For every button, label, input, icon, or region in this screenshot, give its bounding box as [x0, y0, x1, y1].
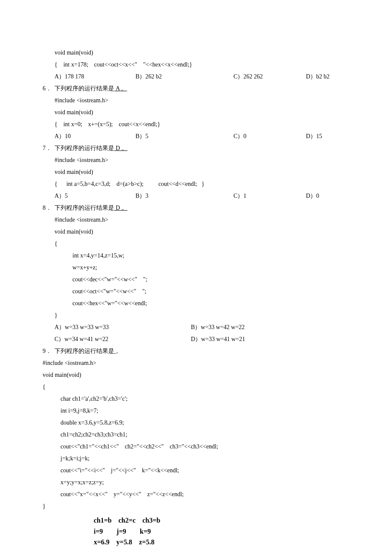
q8-code-line: int x=4,y=14,z=15,w; — [43, 250, 349, 262]
q6-options: A）10 B）5 C）0 D）15 — [43, 130, 349, 142]
q9-code-line: ch1=ch2;ch2=ch3;ch3=ch1; — [43, 429, 349, 441]
q9-code-line: char ch1='a',ch2='b',ch3='c'; — [43, 393, 349, 405]
q9-code-line: double x=3.6,y=5.8,z=6.9; — [43, 417, 349, 429]
q8-code-line: w=x+y+z; — [43, 262, 349, 274]
q7-number: 7． — [43, 142, 55, 154]
q9-stem-text: 下列程序的运行结果是 。 — [55, 345, 122, 357]
q8-options-row1: A）w=33 w=33 w=33 B）w=33 w=42 w=22 — [43, 321, 349, 333]
q5-option-a: A）178 178 — [55, 71, 135, 83]
q9-code-line: x=y;y=x;x=z;z=y; — [43, 477, 349, 489]
q6-number: 6． — [43, 83, 55, 95]
q7-options: A）5 B）3 C）1 D）0 — [43, 190, 349, 202]
q8-stem: 8． 下列程序的运行结果是 D 。 — [43, 202, 349, 214]
q7-code-line: void main(void) — [43, 166, 349, 178]
q8-option-c: C）w=34 w=41 w=22 — [55, 333, 191, 345]
q9-code-line: cout<<"ch1="<<ch1<<" ch2="<<ch2<<" ch3="… — [43, 441, 349, 453]
q5-code-line: { int x=178; cout<<oct<<x<<" "<<hex<<x<<… — [43, 59, 349, 71]
q8-code-line: cout<<hex<<"w="<<w<<endl; — [43, 298, 349, 309]
q7-answer-blank: D — [114, 145, 120, 151]
q7-code-line: { int a=5,b=4,c=3,d; d=(a>b>c); cout<<d<… — [43, 178, 349, 190]
q9-answer-block: ch1=b ch2=c ch3=b i=9 j=9 k=9 x=6.9 y=5.… — [43, 515, 349, 548]
q6-option-a: A）10 — [55, 130, 135, 142]
q7-stem-text: 下列程序的运行结果是 D 。 — [55, 142, 127, 154]
q6-option-b: B）5 — [135, 130, 233, 142]
q5-option-c: C）262 262 — [233, 71, 306, 83]
q5-code-line: void main(void) — [43, 47, 349, 59]
q9-code-line: } — [43, 500, 349, 512]
q6-code-line: { int x=0; x+=(x=5); cout<<x<<endl;} — [43, 119, 349, 130]
q7-code-line: #include <iostream.h> — [43, 154, 349, 166]
q9-code-line: void main(void) — [43, 369, 349, 381]
q8-option-d: D）w=33 w=41 w=21 — [191, 333, 245, 345]
q9-code-line: j=k;k=i;j=k; — [43, 453, 349, 465]
q8-option-b: B）w=33 w=42 w=22 — [191, 321, 245, 333]
q5-options: A）178 178 B）262 b2 C）262 262 D）b2 b2 — [43, 71, 349, 83]
q9-code-line: cout<<"x="<<x<<" y="<<y<<" z="<<z<<endl; — [43, 489, 349, 500]
q9-number: 9． — [43, 345, 55, 357]
q5-option-d: D）b2 b2 — [306, 71, 330, 83]
q8-code-line: cout<<dec<<"w="<<w<<" "; — [43, 274, 349, 286]
q9-code-line: int i=9,j=8,k=7; — [43, 405, 349, 417]
q7-option-b: B）3 — [135, 190, 233, 202]
q8-code-line: } — [43, 309, 349, 321]
q6-code-line: #include <iostream.h> — [43, 95, 349, 107]
q8-code-line: #include <iostream.h> — [43, 214, 349, 226]
q7-option-a: A）5 — [55, 190, 135, 202]
q8-option-a: A）w=33 w=33 w=33 — [55, 321, 191, 333]
q9-code-line: { — [43, 381, 349, 393]
q8-number: 8． — [43, 202, 55, 214]
q8-stem-text: 下列程序的运行结果是 D 。 — [55, 202, 127, 214]
q9-answer-line3: x=6.9 y=5.8 z=5.8 — [94, 537, 349, 548]
q8-options-row2: C）w=34 w=41 w=22 D）w=33 w=41 w=21 — [43, 333, 349, 345]
q7-option-c: C）1 — [233, 190, 306, 202]
q7-stem: 7． 下列程序的运行结果是 D 。 — [43, 142, 349, 154]
q8-code-line: void main(void) — [43, 226, 349, 238]
q6-answer-blank: A — [114, 85, 120, 92]
q9-answer-line2: i=9 j=9 k=9 — [94, 526, 349, 537]
q9-stem: 9． 下列程序的运行结果是 。 — [43, 345, 349, 357]
q9-code-line: #include <iostream.h> — [43, 357, 349, 369]
q5-option-b: B）262 b2 — [135, 71, 233, 83]
q6-option-d: D）15 — [306, 130, 322, 142]
q6-stem-text: 下列程序的运行结果是 A 。 — [55, 83, 127, 95]
q9-code-line: cout<<"i="<<i<<" j="<<j<<" k="<<k<<endl; — [43, 465, 349, 477]
q6-option-c: C）0 — [233, 130, 306, 142]
q8-code-line: { — [43, 238, 349, 250]
q8-answer-blank: D — [114, 205, 120, 211]
q6-code-line: void main(void) — [43, 107, 349, 119]
q6-stem: 6． 下列程序的运行结果是 A 。 — [43, 83, 349, 95]
q7-option-d: D）0 — [306, 190, 319, 202]
q9-answer-line1: ch1=b ch2=c ch3=b — [94, 515, 349, 526]
q8-code-line: cout<<oct<<"w="<<w<<" "; — [43, 286, 349, 298]
